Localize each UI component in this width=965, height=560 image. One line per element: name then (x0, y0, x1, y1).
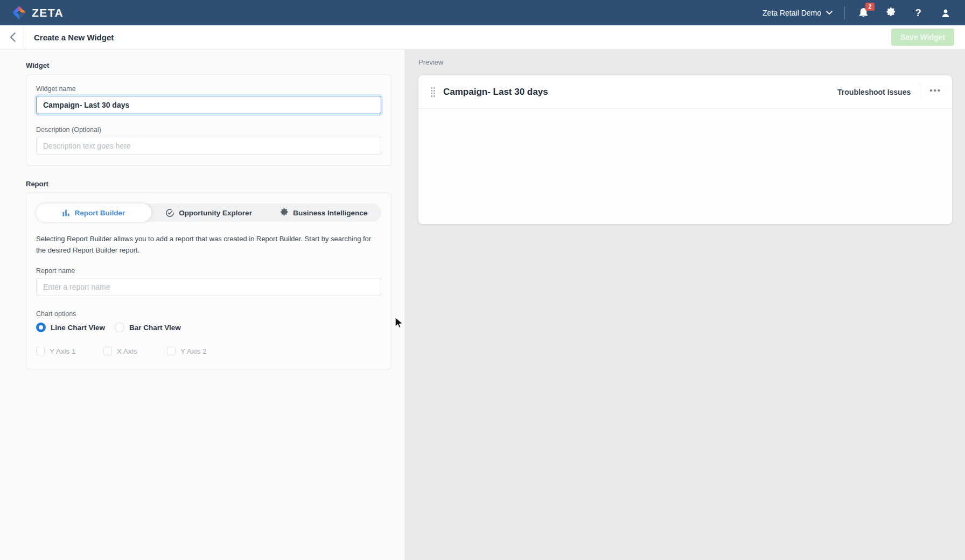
description-label: Description (Optional) (36, 126, 381, 134)
tab-label: Report Builder (74, 209, 125, 217)
page-header: Create a New Widget Save Widget (0, 25, 965, 50)
user-icon (940, 8, 951, 18)
report-section-title: Report (26, 180, 391, 188)
radio-label: Line Chart View (51, 324, 105, 332)
nav-divider (844, 6, 845, 19)
brand-name: ZETA (32, 6, 64, 19)
widget-preview-card: Campaign- Last 30 days Troubleshoot Issu… (418, 75, 952, 224)
y-axis-2-option[interactable]: Y Axis 2 (167, 347, 207, 355)
chart-view-radio-group: Line Chart View Bar Chart View (36, 323, 381, 332)
tab-opportunity-explorer[interactable]: Opportunity Explorer (151, 204, 267, 222)
y-axis-1-option[interactable]: Y Axis 1 (36, 347, 103, 355)
tab-report-builder[interactable]: Report Builder (36, 204, 151, 222)
widget-form-panel: Widget Widget name Description (Optional… (0, 50, 405, 560)
create-widget-page: ZETA Zeta Retail Demo 2 (0, 0, 965, 560)
checkbox-icon[interactable] (103, 347, 112, 355)
preview-label: Preview (418, 58, 952, 66)
tab-label: Business Intelligence (293, 209, 367, 217)
widget-name-input[interactable] (36, 96, 381, 114)
report-card: Report Builder Opportunity Explorer (26, 193, 391, 369)
radio-label: Bar Chart View (129, 324, 181, 332)
preview-card-title: Campaign- Last 30 days (443, 87, 548, 97)
tab-label: Opportunity Explorer (179, 209, 252, 217)
checkbox-label: Y Axis 1 (50, 347, 76, 355)
report-source-tabs: Report Builder Opportunity Explorer (36, 204, 381, 222)
target-check-icon (165, 208, 174, 218)
top-navigation: ZETA Zeta Retail Demo 2 (0, 0, 965, 25)
widget-name-label: Widget name (36, 85, 381, 93)
drag-handle-icon[interactable] (431, 87, 435, 97)
account-switcher[interactable]: Zeta Retail Demo (763, 9, 833, 17)
header-divider (920, 85, 920, 99)
checkbox-icon[interactable] (36, 347, 45, 355)
zeta-logo-icon (12, 5, 26, 20)
ellipsis-menu-button[interactable]: ••• (929, 86, 941, 97)
widget-section-title: Widget (26, 61, 391, 69)
checkbox-label: Y Axis 2 (180, 347, 207, 355)
brand[interactable]: ZETA (12, 5, 64, 20)
report-builder-helper-text: Selecting Report Builder allows you to a… (36, 234, 381, 256)
chevron-down-icon (826, 11, 833, 15)
chart-options-label: Chart options (36, 310, 381, 318)
gear-icon (885, 7, 897, 18)
x-axis-option[interactable]: X Axis (103, 347, 167, 355)
help-button[interactable]: ? (912, 6, 925, 19)
axis-checkbox-group: Y Axis 1 X Axis Y Axis 2 (36, 347, 381, 355)
report-name-input[interactable] (36, 278, 381, 296)
chevron-left-icon (10, 32, 16, 42)
line-chart-view-option[interactable]: Line Chart View (36, 323, 105, 332)
account-name: Zeta Retail Demo (763, 9, 821, 17)
checkbox-icon[interactable] (167, 347, 176, 355)
bar-chart-icon (62, 209, 70, 217)
preview-card-header: Campaign- Last 30 days Troubleshoot Issu… (418, 75, 952, 109)
preview-card-body (418, 109, 952, 224)
checkbox-label: X Axis (117, 347, 137, 355)
page-title: Create a New Widget (34, 33, 114, 42)
help-icon: ? (915, 7, 921, 19)
settings-button[interactable] (884, 6, 897, 19)
widget-card: Widget name Description (Optional) (26, 74, 391, 166)
bar-chart-view-option[interactable]: Bar Chart View (115, 323, 181, 332)
gear-icon (280, 208, 289, 217)
tab-business-intelligence[interactable]: Business Intelligence (266, 204, 381, 222)
report-name-label: Report name (36, 267, 381, 275)
back-button[interactable] (0, 25, 25, 50)
notifications-button[interactable]: 2 (857, 6, 870, 19)
preview-panel: Preview Campaign- Last 30 days Troublesh… (405, 50, 965, 560)
radio-unselected-icon[interactable] (115, 323, 124, 332)
description-input[interactable] (36, 137, 381, 155)
save-widget-button[interactable]: Save Widget (891, 29, 954, 46)
notification-badge: 2 (865, 3, 875, 11)
user-menu-button[interactable] (939, 6, 952, 19)
radio-selected-icon[interactable] (36, 323, 46, 332)
troubleshoot-issues-link[interactable]: Troubleshoot Issues (837, 88, 911, 96)
